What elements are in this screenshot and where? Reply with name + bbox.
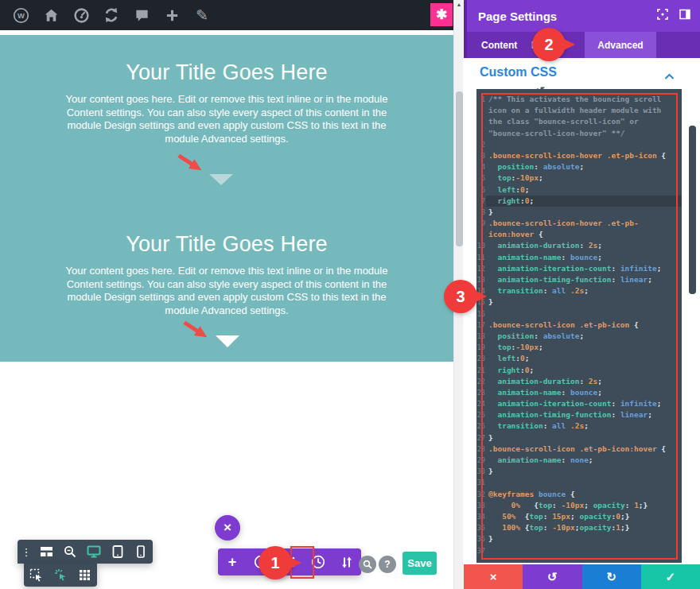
desktop-view-icon[interactable] bbox=[82, 545, 106, 558]
save-button[interactable]: Save bbox=[402, 552, 437, 575]
panel-body: Custom CSS Custom CSS ↺ 1/** This activa… bbox=[464, 58, 700, 560]
divi-builder-screen: W ✎ ✱ Your Title Goes Here Your content … bbox=[0, 0, 700, 589]
settings-tab-bar: Content Design Advanced bbox=[464, 32, 700, 58]
add-icon[interactable]: + bbox=[222, 554, 243, 571]
updates-refresh-icon[interactable] bbox=[102, 6, 121, 25]
header-module-2: Your Title Goes Here Your content goes h… bbox=[0, 232, 453, 317]
divi-extra-logo-icon[interactable]: ✱ bbox=[430, 3, 453, 26]
panel-footer: × ↺ ↻ ✓ bbox=[464, 564, 700, 589]
close-icon[interactable]: × bbox=[490, 570, 497, 583]
history-clock-icon[interactable] bbox=[308, 555, 329, 569]
page-preview: Your Title Goes Here Your content goes h… bbox=[0, 30, 453, 589]
custom-css-section-heading[interactable]: Custom CSS bbox=[480, 65, 557, 79]
accept-button: ✓ bbox=[641, 564, 700, 589]
svg-text:W: W bbox=[18, 11, 25, 20]
grid-view-icon[interactable] bbox=[72, 569, 97, 581]
panel-layout-icon[interactable] bbox=[679, 9, 690, 23]
comments-icon[interactable] bbox=[132, 6, 151, 25]
undo-icon[interactable]: ↺ bbox=[547, 570, 558, 584]
panel-title: Page Settings bbox=[478, 10, 557, 23]
module-title[interactable]: Your Title Goes Here bbox=[0, 232, 453, 257]
panel-resize-edge[interactable] bbox=[464, 0, 467, 58]
new-content-plus-icon[interactable] bbox=[162, 6, 181, 25]
discard-button: × bbox=[464, 564, 523, 589]
page-settings-panel: Page Settings Content Design Advanced Cu… bbox=[464, 0, 700, 589]
annotation-arrow-1 bbox=[173, 149, 207, 177]
portability-icon[interactable] bbox=[336, 556, 357, 569]
focus-mode-icon[interactable] bbox=[657, 9, 668, 23]
edit-pencil-icon[interactable]: ✎ bbox=[192, 6, 212, 25]
dashboard-gauge-icon[interactable] bbox=[72, 6, 91, 25]
phone-view-icon[interactable] bbox=[129, 545, 153, 558]
panel-header: Page Settings bbox=[464, 0, 700, 32]
annotation-arrow-2 bbox=[179, 316, 212, 344]
drag-handle-dots-icon[interactable]: ⋮ bbox=[18, 546, 35, 558]
fullwidth-header-section[interactable]: Your Title Goes Here Your content goes h… bbox=[0, 35, 453, 362]
check-icon[interactable]: ✓ bbox=[666, 570, 676, 584]
click-mode-icon[interactable] bbox=[49, 568, 73, 582]
redo-button: ↻ bbox=[582, 564, 641, 589]
zoom-icon[interactable] bbox=[359, 556, 376, 573]
module-body-text[interactable]: Your content goes here. Edit or remove t… bbox=[52, 265, 401, 317]
module-body-text[interactable]: Your content goes here. Edit or remove t… bbox=[52, 93, 401, 145]
wp-admin-bar: W ✎ ✱ bbox=[0, 0, 453, 30]
zoom-out-view-icon[interactable] bbox=[59, 545, 83, 558]
interaction-mode-toolbar bbox=[24, 564, 97, 587]
home-icon[interactable] bbox=[41, 6, 60, 25]
redo-icon[interactable]: ↻ bbox=[606, 570, 616, 584]
scrollbar-up-arrow-icon[interactable]: ▲ bbox=[456, 2, 462, 8]
panel-scrollbar-thumb[interactable] bbox=[689, 126, 696, 294]
scroll-down-icon[interactable] bbox=[216, 335, 239, 347]
tablet-view-icon[interactable] bbox=[106, 545, 130, 558]
close-icon: × bbox=[224, 520, 231, 536]
undo-button: ↺ bbox=[523, 564, 581, 589]
view-mode-toolbar: ⋮ bbox=[18, 540, 153, 564]
wireframe-view-icon[interactable] bbox=[35, 546, 59, 557]
code-rows: 1/** This activates the bouncing scrolli… bbox=[476, 94, 682, 556]
collapse-chevron-icon[interactable] bbox=[664, 69, 675, 83]
scroll-down-icon[interactable] bbox=[209, 174, 233, 185]
help-button[interactable]: ? bbox=[379, 556, 396, 573]
scrollbar-thumb[interactable] bbox=[456, 91, 463, 246]
tab-advanced[interactable]: Advanced bbox=[585, 32, 656, 58]
annotation-pin-1: 1 bbox=[259, 546, 292, 579]
header-module-1: Your Title Goes Here Your content goes h… bbox=[0, 60, 453, 145]
wordpress-logo-icon[interactable]: W bbox=[11, 6, 30, 25]
annotation-pin-3: 3 bbox=[444, 280, 477, 313]
module-title[interactable]: Your Title Goes Here bbox=[0, 60, 453, 85]
custom-css-editor[interactable]: 1/** This activates the bouncing scrolli… bbox=[476, 89, 682, 563]
annotation-pin-2: 2 bbox=[532, 28, 566, 61]
multiselect-icon[interactable] bbox=[24, 568, 49, 582]
builder-menu-toggle-button[interactable]: × bbox=[215, 515, 240, 541]
tab-content[interactable]: Content bbox=[481, 32, 517, 58]
